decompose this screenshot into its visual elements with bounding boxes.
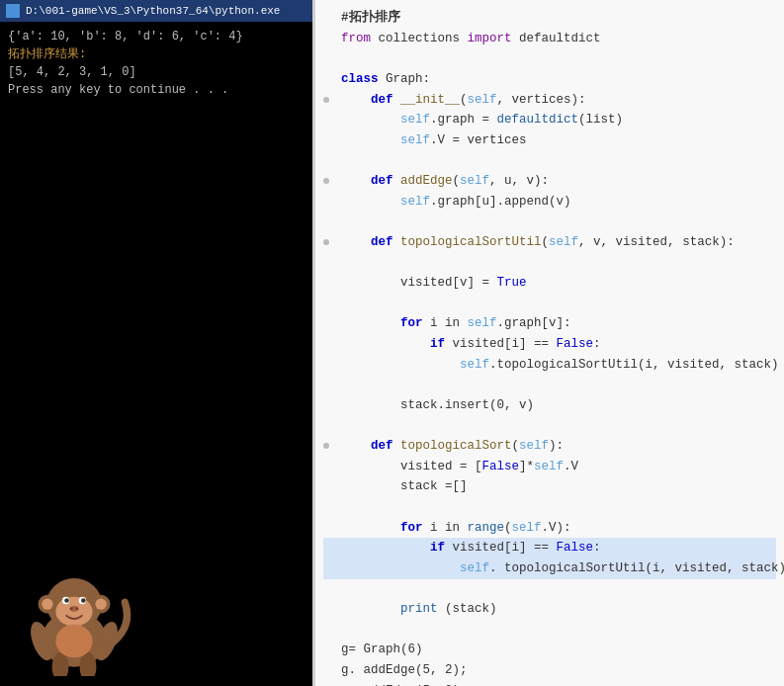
code-line-22: def topologicalSort(self): (323, 436, 776, 457)
code-line-31 (323, 620, 776, 641)
terminal-icon (6, 4, 20, 18)
code-line-2: from collections import defaultdict (323, 29, 776, 49)
terminal-line-4: Press any key to continue . . . (8, 81, 305, 99)
code-line-19 (323, 375, 776, 395)
terminal-line-2: 拓扑排序结果: (8, 45, 305, 63)
code-line-10: self.graph[u].append(v) (323, 192, 776, 213)
code-line-7: self.V = vertices (323, 130, 776, 151)
monkey-illustration (0, 528, 198, 686)
code-line-21 (323, 416, 776, 437)
code-line-32: g= Graph(6) (323, 640, 776, 660)
monkey-svg (10, 538, 138, 676)
code-line-15 (323, 294, 776, 314)
svg-point-18 (55, 625, 92, 658)
code-line-24: stack =[] (323, 476, 776, 497)
svg-point-9 (64, 598, 69, 603)
svg-point-4 (42, 599, 52, 610)
code-line-8 (323, 150, 776, 171)
code-line-34: g. addEdge(5, 0); (323, 681, 776, 686)
code-line-17: if visited[i] == False: (323, 334, 776, 355)
code-line-5: def __init__(self, vertices): (323, 90, 776, 111)
terminal-panel: D:\001-game\VS_3\Python37_64\python.exe … (0, 0, 312, 686)
code-line-13 (323, 253, 776, 274)
code-line-25 (323, 497, 776, 518)
code-line-1: #拓扑排序 (323, 8, 776, 29)
svg-point-13 (75, 607, 78, 610)
code-line-33: g. addEdge(5, 2); (323, 660, 776, 681)
code-line-14: visited[v] = True (323, 273, 776, 294)
code-line-20: stack.insert(0, v) (323, 395, 776, 416)
svg-point-6 (95, 599, 106, 610)
terminal-line-1: {'a': 10, 'b': 8, 'd': 6, 'c': 4} (8, 28, 305, 45)
code-line-3 (323, 48, 776, 69)
code-line-12: def topologicalSortUtil(self, v, visited… (323, 232, 776, 253)
terminal-title: D:\001-game\VS_3\Python37_64\python.exe (26, 5, 280, 17)
code-line-26: for i in range(self.V): (323, 518, 776, 539)
code-line-28: self. topologicalSortUtil(i, visited, st… (323, 558, 776, 579)
terminal-titlebar: D:\001-game\VS_3\Python37_64\python.exe (0, 0, 312, 22)
svg-point-12 (70, 607, 73, 610)
code-line-29 (323, 579, 776, 600)
code-line-27: if visited[i] == False: (323, 538, 776, 558)
code-line-11 (323, 212, 776, 232)
terminal-line-3: [5, 4, 2, 3, 1, 0] (8, 63, 305, 81)
code-line-23: visited = [False]*self.V (323, 457, 776, 477)
code-area: #拓扑排序 from collections import defaultdic… (315, 8, 784, 686)
code-line-6: self.graph = defaultdict(list) (323, 110, 776, 130)
code-line-16: for i in self.graph[v]: (323, 313, 776, 334)
code-line-18: self.topologicalSortUtil(i, visited, sta… (323, 355, 776, 376)
code-editor-panel[interactable]: #拓扑排序 from collections import defaultdic… (312, 0, 784, 686)
code-line-30: print (stack) (323, 599, 776, 620)
code-line-4: class Graph: (323, 69, 776, 90)
svg-point-10 (81, 598, 86, 603)
code-line-9: def addEdge(self, u, v): (323, 171, 776, 192)
